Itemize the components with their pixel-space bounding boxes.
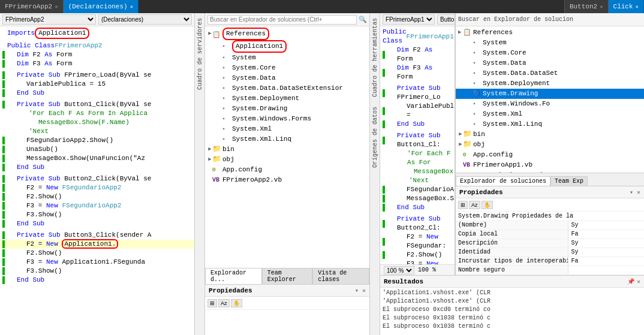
right-editor-tab-button2[interactable]: Button2 ✕	[564, 0, 609, 13]
right-obj-label: obj	[473, 140, 485, 150]
cuadro-herramientas-tab[interactable]: Cuadro de herramientas	[371, 13, 380, 102]
right-system-winforms-item[interactable]: ▪ System.Windows.Fo	[456, 99, 644, 109]
right-obj-item[interactable]: ▶ 📁 obj	[456, 140, 644, 150]
results-section: Resultados 📌 ✕ 'Application1.vshost.exe'…	[380, 275, 644, 335]
left-class-select[interactable]: FPrimeroApp2	[2, 14, 96, 25]
right-tab-click-close[interactable]: ✕	[636, 4, 639, 10]
right-system-xmllinq-label: System.Xml.Linq	[483, 119, 542, 129]
sol-search-input[interactable]	[207, 15, 357, 25]
right-system-core-item[interactable]: ▪ System.Core	[456, 48, 644, 58]
right-bin-arrow: ▶	[458, 129, 463, 140]
right-class-select[interactable]: FPrimeroApp1	[383, 14, 435, 25]
zoom-select[interactable]: 100 %	[384, 266, 414, 274]
right-explorador-tab[interactable]: Explorador de soluciones	[456, 176, 550, 186]
results-pin[interactable]: 📌	[627, 278, 634, 285]
right-ref-arrow: ▶	[458, 28, 463, 38]
right-bin-icon: 📁	[463, 129, 471, 140]
right-system-xml-icon: ▪	[473, 109, 481, 119]
right-tab-button2-close[interactable]: ✕	[600, 4, 603, 10]
right-properties-panel: Propiedades ▾ ✕ ⊞ Az ✋ System.Drawing Pr…	[456, 186, 644, 275]
f3-show-btn3-line: F3.Show()	[0, 267, 194, 276]
declarations-tab-label: (Declaraciones)	[68, 3, 128, 10]
right-bin-item[interactable]: ▶ 📁 bin	[456, 129, 644, 140]
system-winforms-icon: ▪	[222, 114, 230, 124]
right-system-drawing-item[interactable]: 🔵 System.Drawing	[456, 89, 644, 99]
cuadro-servidores-tab[interactable]: Cuadro de servidores	[195, 13, 204, 95]
props-key-desc: Descripción	[456, 239, 568, 248]
system-data-ext-label: System.Data.DataSetExtensior	[232, 83, 343, 93]
system-data-label: System.Data	[232, 73, 276, 83]
right-system-drawing-label: System.Drawing	[483, 89, 538, 99]
declarations-tab-close[interactable]: ✕	[130, 4, 133, 10]
left-properties-panel: Propiedades ▾ ✕ ⊞ Az ✋	[205, 284, 369, 335]
right-system-dataset-item[interactable]: ▪ System.Data.DataSet	[456, 68, 644, 79]
right-props-grid-btn[interactable]: ⊞	[458, 201, 468, 209]
system-xmllinq-tree-item[interactable]: ▪ System.Xml.Linq	[205, 134, 369, 144]
left-method-select[interactable]: (Declaraciones)	[98, 14, 192, 25]
sol-bottom-tabs: Explorador d... Team Explorer Vista de c…	[205, 271, 369, 284]
right-editor-tab-click[interactable]: Click ✕	[609, 0, 644, 13]
origenes-datos-tab[interactable]: Orígenes de datos	[371, 102, 380, 173]
props-val-ident: Sy	[568, 248, 644, 256]
right-method-select[interactable]: Button2_Click	[437, 14, 455, 25]
right-system-data-icon: ▪	[473, 58, 481, 68]
system-xml-tree-item[interactable]: ▪ System.Xml	[205, 124, 369, 134]
r-f2-show: F2.Show()	[380, 251, 455, 259]
system-core-icon: ▪	[222, 63, 230, 73]
left-declarations-tab[interactable]: (Declaraciones) ✕	[64, 0, 139, 13]
btn2-end-sub-line: End Sub	[0, 219, 194, 228]
right-system-data-item[interactable]: ▪ System.Data	[456, 58, 644, 68]
right-appconfig-item[interactable]: ⚙ App.config	[456, 150, 644, 160]
results-close[interactable]: ✕	[637, 278, 640, 285]
right-fprimero1-item[interactable]: VB FPrimeroApp1.vb	[456, 160, 644, 170]
obj-tree-item[interactable]: ▶ 📁 obj	[205, 155, 369, 165]
msgbox-unafuncion-line: MessageBox.Show(UnaFuncion("Az	[0, 154, 194, 163]
right-team-tab[interactable]: Team Exp	[550, 176, 588, 186]
system-core-tree-item[interactable]: ▪ System.Core	[205, 63, 369, 73]
props-grid-btn[interactable]: ⊞	[207, 299, 217, 307]
dim-f3-line: Dim F3 As Form	[0, 59, 194, 68]
right-system-deploy-item[interactable]: ▪ System.Deployment	[456, 79, 644, 89]
right-props-title: Propiedades	[459, 189, 503, 196]
system-xmllinq-icon: ▪	[222, 134, 230, 144]
left-props-close[interactable]: ▾ ✕	[355, 287, 366, 294]
right-system-winforms-label: System.Windows.Fo	[483, 99, 550, 109]
app1-label: Application1	[232, 40, 287, 53]
right-obj-arrow: ▶	[458, 140, 463, 150]
right-system-xml-item[interactable]: ▪ System.Xml	[456, 109, 644, 119]
fprimero-vb-icon: VB	[212, 175, 221, 185]
props-hand-btn[interactable]: ✋	[231, 299, 242, 307]
left-tab-close[interactable]: ✕	[55, 4, 58, 10]
left-editor-tab[interactable]: FPrimeroApp2 ✕	[0, 0, 64, 13]
application1-tree-item[interactable]: ▪ Application1	[205, 40, 369, 53]
next-comment-line: 'Next	[0, 127, 194, 136]
system-deploy-tree-item[interactable]: ▪ System.Deployment	[205, 93, 369, 104]
system-winforms-tree-item[interactable]: ▪ System.Windows.Forms	[205, 114, 369, 124]
system-data-ext-tree-item[interactable]: ▪ System.Data.DataSetExtensior	[205, 83, 369, 93]
right-props-row-nombre-seguro: Nombre seguro	[456, 266, 644, 275]
fprimero-vb-tree-item[interactable]: VB FPrimeroApp2.vb	[205, 175, 369, 185]
r-fseg-show: FSegundarioApp1.Sho	[380, 185, 455, 194]
right-solution-tree: ▶ 📋 References ▪ System ▪ System.	[456, 26, 644, 173]
right-props-close[interactable]: ▾ ✕	[630, 189, 640, 196]
system-draw-tree-item[interactable]: ▪ System.Drawing	[205, 104, 369, 114]
btn2-click-line: Private Sub Button2_Click(ByVal se	[0, 174, 194, 183]
right-references-item[interactable]: ▶ 📋 References	[456, 28, 644, 38]
props-key-incrustar: Incrustar tipos de interoperabil	[456, 257, 568, 265]
right-system-label: System	[483, 38, 507, 48]
appconfig-tree-item[interactable]: ⚙ App.config	[205, 165, 369, 175]
references-tree-item[interactable]: ▶ 📋 References	[205, 28, 369, 40]
right-system-item[interactable]: ▪ System	[456, 38, 644, 48]
system-data-tree-item[interactable]: ▪ System.Data	[205, 73, 369, 83]
right-props-az-btn[interactable]: Az	[469, 201, 480, 209]
result-line-5: El subproceso 0x1038 terminó c	[383, 322, 642, 331]
appconfig-label: App.config	[222, 165, 262, 175]
right-system-xmllinq-item[interactable]: ▪ System.Xml.Linq	[456, 119, 644, 129]
load-end-sub-line: End Sub	[0, 89, 194, 98]
bin-tree-item[interactable]: ▶ 📁 bin	[205, 144, 369, 155]
r-next-comment: 'Next	[380, 176, 455, 185]
right-props-hand-btn[interactable]: ✋	[482, 201, 493, 209]
props-az-btn[interactable]: Az	[218, 299, 230, 307]
r-btn2-click: Private Sub Button2_Cl:	[380, 215, 455, 233]
system-tree-item[interactable]: ▪ System	[205, 53, 369, 63]
